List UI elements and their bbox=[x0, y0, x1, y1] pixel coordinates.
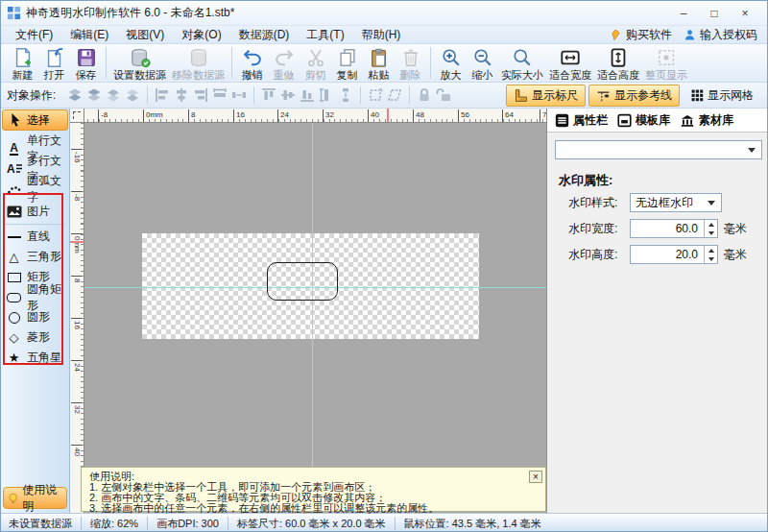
close-button[interactable]: × bbox=[736, 7, 754, 20]
delete-label: 删除 bbox=[400, 68, 421, 83]
new-button[interactable]: 新建 bbox=[7, 46, 38, 84]
layer-forward-button[interactable] bbox=[104, 85, 123, 105]
help-close-button[interactable]: × bbox=[529, 471, 542, 483]
h-ruler-label: 64 bbox=[502, 109, 514, 122]
status-separator bbox=[228, 517, 228, 530]
remove-datasource-button[interactable]: 移除数据源 bbox=[169, 46, 228, 84]
toolbar-separator bbox=[409, 86, 410, 104]
save-button[interactable]: 保存 bbox=[70, 46, 102, 84]
design-canvas[interactable] bbox=[84, 123, 546, 513]
layer-back-button[interactable] bbox=[84, 85, 104, 105]
skew-button[interactable] bbox=[385, 85, 404, 105]
align-top-button[interactable] bbox=[259, 85, 278, 105]
delete-button[interactable]: 删除 bbox=[395, 46, 426, 84]
menu-tools[interactable]: 工具(T) bbox=[298, 26, 352, 44]
whole-page-icon bbox=[655, 47, 678, 68]
tool-select[interactable]: 选择 bbox=[2, 109, 68, 131]
align-left-button[interactable] bbox=[153, 85, 172, 105]
style-value: 无边框水印 bbox=[636, 195, 693, 211]
show-ruler-toggle[interactable]: 显示标尺 bbox=[506, 85, 586, 107]
vertical-guide-line[interactable] bbox=[312, 123, 313, 513]
equal-width-button[interactable] bbox=[210, 85, 229, 105]
tool-panel: 选择 A 单行文字 A 多行文字 圆弧文字 图片 bbox=[1, 109, 70, 513]
unlock-button[interactable] bbox=[434, 85, 453, 105]
show-guides-toggle[interactable]: 显示参考线 bbox=[588, 85, 680, 107]
minimize-button[interactable]: – bbox=[675, 7, 692, 20]
tool-arc-text[interactable]: 圆弧文字 bbox=[1, 179, 69, 199]
set-datasource-button[interactable]: 设置数据源 bbox=[110, 46, 169, 84]
style-row: 水印样式: 无边框水印 bbox=[568, 193, 722, 212]
equal-height-button[interactable] bbox=[317, 85, 336, 105]
actual-size-button[interactable]: 实际大小 bbox=[498, 46, 546, 84]
tab-templates[interactable]: 模板库 bbox=[617, 112, 670, 129]
width-label: 水印宽度: bbox=[568, 221, 630, 237]
h-space-button[interactable] bbox=[229, 85, 249, 105]
height-spinner[interactable]: 20.0 bbox=[630, 245, 718, 264]
undo-button[interactable]: 撤销 bbox=[236, 46, 268, 84]
zoom-out-button[interactable]: 缩小 bbox=[467, 46, 498, 84]
tool-triangle[interactable]: △ 三角形 bbox=[1, 247, 69, 267]
menu-datasource[interactable]: 数据源(D) bbox=[230, 26, 299, 44]
triangle-icon: △ bbox=[6, 251, 22, 263]
align-middle-button[interactable] bbox=[278, 85, 298, 105]
open-button[interactable]: 打开 bbox=[38, 46, 70, 84]
diamond-icon: ◇ bbox=[6, 331, 22, 344]
paste-button[interactable]: 粘贴 bbox=[363, 46, 395, 84]
tool-diamond[interactable]: ◇ 菱形 bbox=[1, 327, 69, 348]
guides-icon bbox=[596, 88, 611, 103]
license-button[interactable]: 输入授权码 bbox=[684, 27, 757, 43]
menu-help[interactable]: 帮助(H) bbox=[353, 26, 410, 44]
fit-width-icon bbox=[559, 47, 582, 68]
fit-height-icon bbox=[607, 47, 630, 68]
redo-label: 重做 bbox=[274, 68, 295, 83]
align-top-icon bbox=[260, 86, 277, 104]
spinner-arrows-icon[interactable] bbox=[704, 220, 717, 237]
watermark-properties-title: 水印属性: bbox=[559, 172, 612, 189]
align-center-button[interactable] bbox=[172, 85, 191, 105]
v-space-icon bbox=[337, 86, 354, 104]
tab-templates-label: 模板库 bbox=[636, 112, 670, 129]
lock-button[interactable] bbox=[415, 85, 434, 105]
style-select[interactable]: 无边框水印 bbox=[630, 193, 722, 212]
buy-software-button[interactable]: 购买软件 bbox=[610, 27, 672, 43]
zoom-in-button[interactable]: 放大 bbox=[435, 46, 467, 84]
menu-view[interactable]: 视图(V) bbox=[117, 26, 173, 44]
style-label: 水印样式: bbox=[568, 195, 630, 211]
help-line-3: 3. 选择画布中的任意一个元素，在右侧的属性栏里可以调整该元素的属性。 bbox=[89, 503, 538, 514]
layer-front-button[interactable] bbox=[65, 85, 84, 105]
menu-object[interactable]: 对象(O) bbox=[173, 26, 229, 44]
v-space-button[interactable] bbox=[336, 85, 355, 105]
tab-properties[interactable]: 属性栏 bbox=[555, 112, 608, 129]
align-right-button[interactable] bbox=[191, 85, 210, 105]
templates-icon bbox=[617, 113, 632, 128]
redo-button[interactable]: 重做 bbox=[268, 46, 300, 84]
copy-button[interactable]: 复制 bbox=[331, 46, 363, 84]
cut-button[interactable]: 剪切 bbox=[300, 46, 331, 84]
status-bar: 未设置数据源 缩放: 62% 画布DPI: 300 标签尺寸: 60.0 毫米 … bbox=[1, 513, 767, 532]
tab-materials[interactable]: 素材库 bbox=[680, 112, 733, 129]
usage-help-button[interactable]: 使用说明 bbox=[3, 487, 67, 509]
layer-backward-button[interactable] bbox=[123, 85, 142, 105]
menu-edit[interactable]: 编辑(E) bbox=[61, 26, 117, 44]
status-zoom: 缩放: 62% bbox=[90, 517, 138, 531]
fit-width-button[interactable]: 适合宽度 bbox=[546, 46, 594, 84]
maximize-button[interactable]: □ bbox=[706, 7, 723, 20]
show-grid-toggle[interactable]: 显示网格 bbox=[683, 85, 761, 107]
h-ruler-label: 40 bbox=[368, 109, 379, 122]
title-bar: 神奇透明水印制作软件 6.0 - 未命名1.stb* – □ × bbox=[1, 1, 767, 26]
tool-rounded-rectangle[interactable]: 圆角矩形 bbox=[1, 287, 69, 307]
show-ruler-label: 显示标尺 bbox=[532, 87, 578, 104]
width-spinner[interactable]: 60.0 bbox=[630, 219, 718, 238]
spinner-arrows-icon[interactable] bbox=[704, 246, 717, 263]
menu-file[interactable]: 文件(F) bbox=[7, 26, 61, 44]
circle-icon bbox=[6, 312, 22, 324]
align-bottom-button[interactable] bbox=[298, 85, 317, 105]
tool-line[interactable]: 直线 bbox=[1, 227, 69, 247]
rotate-button[interactable] bbox=[366, 85, 385, 105]
whole-page-button[interactable]: 整页显示 bbox=[642, 46, 690, 84]
fit-height-button[interactable]: 适合高度 bbox=[594, 46, 642, 84]
object-selector-combobox[interactable] bbox=[555, 140, 762, 159]
rounded-rectangle-element[interactable] bbox=[267, 262, 338, 301]
tool-star[interactable]: ★ 五角星 bbox=[1, 348, 69, 368]
tool-select-label: 选择 bbox=[27, 112, 50, 129]
